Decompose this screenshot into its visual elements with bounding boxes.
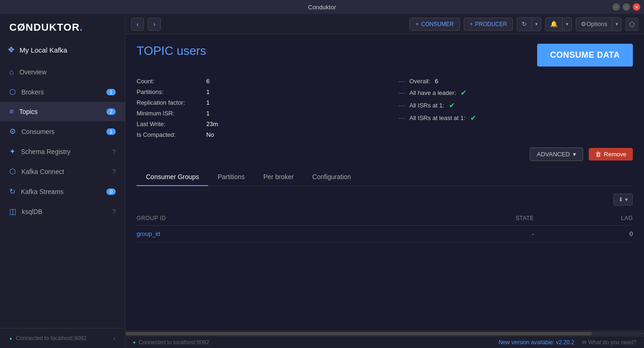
- sidebar-item-overview[interactable]: ⌂ Overview: [0, 62, 125, 82]
- sidebar-item-brokers[interactable]: ⬡ Brokers 1: [0, 82, 125, 102]
- refresh-split-button: ↻ ▾: [517, 17, 541, 31]
- producer-button[interactable]: + PRODUCER: [464, 18, 513, 31]
- download-button[interactable]: ⬇ ▾: [613, 194, 633, 206]
- min-isr-row: Minimum ISR: 1: [137, 108, 375, 119]
- all-isrs-label: All ISRs at 1:: [409, 102, 444, 109]
- all-isrs-row: — All ISRs at 1: ✔: [394, 99, 633, 112]
- external-link-button[interactable]: ⬡: [625, 18, 638, 31]
- consumer-button[interactable]: + CONSUMER: [409, 18, 460, 31]
- sidebar-item-label: Kafka Connect: [21, 168, 64, 175]
- isrs-at-least-row: — All ISRs at least at 1: ✔: [394, 112, 633, 124]
- last-write-label: Last Write:: [137, 120, 206, 127]
- cluster-selector[interactable]: ❖ My Local Kafka: [0, 41, 125, 62]
- refresh-button[interactable]: ↻: [517, 18, 532, 31]
- count-value: 6: [206, 78, 220, 85]
- partitions-row: Partitions: 1: [137, 87, 375, 97]
- download-icon: ⬇: [618, 196, 623, 203]
- minimize-button[interactable]: −: [612, 3, 620, 11]
- schema-badge-q: ?: [112, 148, 116, 155]
- sidebar-item-kafka-connect[interactable]: ⬡ Kafka Connect ?: [0, 161, 125, 181]
- back-button[interactable]: ‹: [131, 18, 144, 31]
- isrs-at-least-label: All ISRs at least at 1:: [409, 114, 466, 121]
- sidebar-nav: ⌂ Overview ⬡ Brokers 1 ≡ Topics 2 ⚙ Cons…: [0, 62, 125, 328]
- producer-plus-icon: +: [470, 21, 473, 27]
- last-write-row: Last Write: 23m: [137, 119, 375, 129]
- bell-dropdown-button[interactable]: ▾: [562, 18, 572, 31]
- sidebar-item-label: ksqlDB: [22, 208, 42, 215]
- trash-icon: 🗑: [595, 151, 601, 158]
- sidebar: CØNDUKTOR. ❖ My Local Kafka ⌂ Overview ⬡…: [0, 14, 125, 348]
- advanced-button[interactable]: ADVANCED ▾: [530, 147, 583, 161]
- replication-row: Replication factor: 1: [137, 97, 375, 108]
- all-leader-row: — All have a leader: ✔: [394, 87, 633, 99]
- advanced-chevron-icon: ▾: [573, 151, 576, 158]
- close-button[interactable]: ✕: [633, 3, 640, 11]
- table-header-row: Group ID State Lag: [137, 211, 633, 226]
- version-link[interactable]: New version available: v2.20.2: [499, 339, 574, 346]
- consumers-icon: ⚙: [9, 127, 16, 136]
- min-isr-value: 1: [206, 110, 220, 117]
- title-bar: Conduktor − □ ✕: [0, 0, 644, 14]
- cluster-icon: ❖: [7, 45, 15, 55]
- logo-text: CØNDUKTOR.: [9, 21, 83, 33]
- state-cell: -: [381, 226, 534, 242]
- tab-partitions[interactable]: Partitions: [208, 168, 254, 186]
- topic-title: TOPIC users: [137, 44, 206, 58]
- sidebar-item-kafka-streams[interactable]: ↻ Kafka Streams 0: [0, 181, 125, 201]
- consume-data-button[interactable]: CONSUME DATA: [537, 44, 633, 67]
- sidebar-item-label: Topics: [19, 108, 38, 115]
- connection-text: Connected to localhost:9092: [16, 335, 86, 341]
- options-button[interactable]: ⚙ Options: [576, 18, 612, 31]
- main-content: ‹ › + CONSUMER + PRODUCER ↻ ▾ 🔔 ▾ ⚙: [125, 14, 644, 348]
- table-row: group_id - 0: [137, 226, 633, 242]
- isrs-at-least-check-icon: ✔: [470, 114, 476, 122]
- refresh-dropdown-button[interactable]: ▾: [532, 18, 541, 31]
- replication-label: Replication factor:: [137, 99, 206, 106]
- status-bar-right: New version available: v2.20.2 ✉ What do…: [499, 339, 637, 346]
- sidebar-item-label: Consumers: [21, 128, 55, 135]
- overview-icon: ⌂: [9, 68, 14, 76]
- options-dropdown-button[interactable]: ▾: [612, 18, 621, 31]
- partitions-label: Partitions:: [137, 88, 206, 95]
- tab-configuration[interactable]: Configuration: [303, 168, 360, 186]
- overall-label: Overall:: [409, 78, 430, 85]
- connect-icon: ⬡: [9, 167, 16, 176]
- remove-button[interactable]: 🗑 Remove: [589, 148, 633, 161]
- sidebar-item-topics[interactable]: ≡ Topics 2: [0, 102, 125, 121]
- col-state: State: [381, 211, 534, 226]
- consumer-groups-table: Group ID State Lag group_id - 0: [137, 211, 633, 242]
- status-dot-icon: ●: [133, 340, 136, 345]
- status-connection-text: Connected to localhost:9092: [138, 339, 209, 346]
- sidebar-item-label: Schema Registry: [21, 148, 71, 155]
- connection-status-icon: ●: [9, 336, 12, 341]
- all-leader-label: All have a leader:: [409, 89, 456, 96]
- help-link[interactable]: ✉ What do you need?: [582, 339, 637, 346]
- scrollbar-thumb: [125, 332, 592, 335]
- overall-value: 6: [435, 78, 438, 85]
- topics-badge: 2: [106, 108, 116, 115]
- sidebar-item-consumers[interactable]: ⚙ Consumers 1: [0, 121, 125, 141]
- bell-button[interactable]: 🔔: [545, 18, 562, 31]
- sidebar-item-ksqldb[interactable]: ◫ ksqlDB ?: [0, 201, 125, 221]
- horizontal-scrollbar[interactable]: [125, 330, 644, 336]
- sidebar-item-schema-registry[interactable]: ✦ Schema Registry ?: [0, 141, 125, 161]
- ksqldb-badge-q: ?: [112, 208, 116, 215]
- forward-button[interactable]: ›: [148, 18, 161, 31]
- mail-icon: ✉: [582, 339, 586, 346]
- table-toolbar: ⬇ ▾: [137, 194, 633, 206]
- connect-badge-q: ?: [112, 168, 116, 175]
- stats-grid: Count: 6 Partitions: 1 Replication facto…: [137, 76, 633, 140]
- maximize-button[interactable]: □: [623, 3, 630, 11]
- sidebar-item-label: Overview: [20, 68, 46, 76]
- col-lag: Lag: [534, 211, 633, 226]
- stats-left: Count: 6 Partitions: 1 Replication facto…: [137, 76, 375, 140]
- compacted-value: No: [206, 131, 220, 138]
- tab-consumer-groups[interactable]: Consumer Groups: [137, 168, 208, 186]
- tab-per-broker[interactable]: Per broker: [254, 168, 303, 186]
- status-bar: ● Connected to localhost:9092 New versio…: [125, 336, 644, 348]
- group-id-link[interactable]: group_id: [137, 230, 160, 237]
- sidebar-collapse-button[interactable]: ‹: [113, 334, 116, 342]
- overall-row: — Overall: 6: [394, 76, 633, 87]
- logo-conduktor: CØNDUKTOR: [9, 21, 80, 33]
- options-gear-icon: ⚙: [581, 20, 586, 27]
